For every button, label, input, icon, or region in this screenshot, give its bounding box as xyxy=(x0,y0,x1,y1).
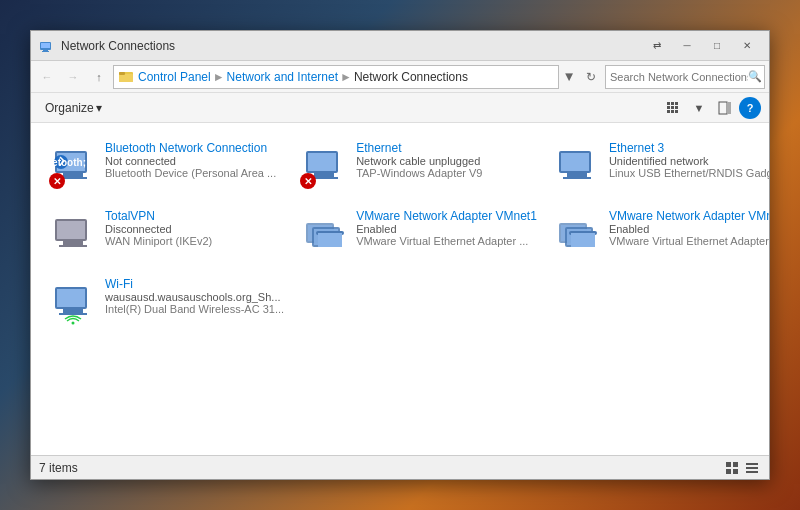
back-button[interactable]: ← xyxy=(35,65,59,89)
svg-rect-34 xyxy=(63,241,83,245)
connection-status: Enabled xyxy=(356,223,537,235)
svg-rect-17 xyxy=(727,102,731,114)
svg-rect-59 xyxy=(746,467,758,469)
refresh-button[interactable]: ↻ xyxy=(579,65,603,89)
connection-icon-wrapper xyxy=(49,209,97,257)
svg-rect-25 xyxy=(308,153,336,171)
svg-rect-12 xyxy=(675,106,678,109)
view-options-button[interactable] xyxy=(661,97,685,119)
connection-name[interactable]: Ethernet 3 xyxy=(609,141,769,155)
connection-detail: WAN Miniport (IKEv2) xyxy=(105,235,284,247)
svg-rect-10 xyxy=(667,106,670,109)
items-count: 7 items xyxy=(39,461,78,475)
connection-detail: TAP-Windows Adapter V9 xyxy=(356,167,537,179)
connection-icon-wrapper xyxy=(553,209,601,257)
forward-button[interactable]: → xyxy=(61,65,85,89)
network-connection-item[interactable]: TotalVPNDisconnectedWAN Miniport (IKEv2) xyxy=(43,203,290,263)
svg-rect-50 xyxy=(63,309,83,313)
address-bar: ← → ↑ Control Panel ► Network and Intern… xyxy=(31,61,769,93)
network-connection-item[interactable]: Bluetooth; Bluetooth Network ConnectionN… xyxy=(43,135,290,195)
breadcrumb-dropdown-button[interactable]: ▼ xyxy=(561,65,577,89)
window-controls: ⇄ ─ □ ✕ xyxy=(643,35,761,57)
connection-status: Not connected xyxy=(105,155,284,167)
connection-name[interactable]: Ethernet xyxy=(356,141,537,155)
connections-grid: Bluetooth; Bluetooth Network ConnectionN… xyxy=(43,135,757,331)
svg-text:Bluetooth;: Bluetooth; xyxy=(49,157,86,168)
close-button[interactable]: ✕ xyxy=(733,35,761,57)
main-window: Network Connections ⇄ ─ □ ✕ ← → ↑ Contro… xyxy=(30,30,770,480)
connection-name[interactable]: VMware Network Adapter VMnet8 xyxy=(609,209,769,223)
svg-rect-29 xyxy=(561,153,589,171)
svg-rect-1 xyxy=(41,43,50,48)
up-button[interactable]: ↑ xyxy=(87,65,111,89)
svg-rect-11 xyxy=(671,106,674,109)
svg-rect-31 xyxy=(563,177,591,179)
svg-rect-9 xyxy=(675,102,678,105)
search-input[interactable] xyxy=(610,71,748,83)
svg-rect-3 xyxy=(42,51,49,52)
connection-name[interactable]: VMware Network Adapter VMnet1 xyxy=(356,209,537,223)
list-view-button[interactable] xyxy=(743,459,761,477)
svg-rect-35 xyxy=(59,245,87,247)
help-button[interactable]: ? xyxy=(739,97,761,119)
swap-button[interactable]: ⇄ xyxy=(643,35,671,57)
window-icon xyxy=(39,38,55,54)
error-overlay-icon xyxy=(49,173,65,189)
network-connection-item[interactable]: Ethernet 3Unidentified networkLinux USB … xyxy=(547,135,769,195)
connection-status: Enabled xyxy=(609,223,769,235)
svg-rect-13 xyxy=(667,110,670,113)
connection-icon-wrapper xyxy=(300,141,348,189)
svg-rect-7 xyxy=(667,102,670,105)
connection-detail: Linux USB Ethernet/RNDIS Gadget... xyxy=(609,167,769,179)
breadcrumb-control-panel[interactable]: Control Panel xyxy=(138,70,211,84)
window-title: Network Connections xyxy=(61,39,643,53)
connection-detail: Bluetooth Device (Personal Area ... xyxy=(105,167,284,179)
svg-rect-41 xyxy=(318,233,342,247)
svg-rect-49 xyxy=(57,289,85,307)
statusbar: 7 items xyxy=(31,455,769,479)
connection-status: Unidentified network xyxy=(609,155,769,167)
network-connection-item[interactable]: EthernetNetwork cable unpluggedTAP-Windo… xyxy=(294,135,543,195)
content-area: Bluetooth; Bluetooth Network ConnectionN… xyxy=(31,123,769,455)
connection-status: wausausd.wausauschools.org_Sh... xyxy=(105,291,284,303)
breadcrumb-current: Network Connections xyxy=(354,70,468,84)
network-connection-item[interactable]: Wi-Fiwausausd.wausauschools.org_Sh...Int… xyxy=(43,271,290,331)
toolbar: Organize ▾ ▼ xyxy=(31,93,769,123)
svg-rect-14 xyxy=(671,110,674,113)
svg-rect-55 xyxy=(733,462,738,467)
connection-detail: Intel(R) Dual Band Wireless-AC 31... xyxy=(105,303,284,315)
view-toggle xyxy=(723,459,761,477)
svg-rect-30 xyxy=(567,173,587,177)
svg-rect-5 xyxy=(119,74,133,82)
svg-rect-33 xyxy=(57,221,85,239)
connection-name[interactable]: Wi-Fi xyxy=(105,277,284,291)
preview-pane-button[interactable] xyxy=(713,97,737,119)
connection-status: Network cable unplugged xyxy=(356,155,537,167)
svg-rect-57 xyxy=(733,469,738,474)
organize-button[interactable]: Organize ▾ xyxy=(39,97,108,119)
maximize-button[interactable]: □ xyxy=(703,35,731,57)
connection-status: Disconnected xyxy=(105,223,284,235)
large-icons-button[interactable] xyxy=(723,459,741,477)
svg-rect-6 xyxy=(119,72,125,75)
svg-rect-51 xyxy=(59,313,87,315)
svg-rect-60 xyxy=(746,471,758,473)
svg-rect-56 xyxy=(726,469,731,474)
svg-rect-54 xyxy=(726,462,731,467)
view-dropdown-button[interactable]: ▼ xyxy=(687,97,711,119)
connection-icon-wrapper xyxy=(300,209,348,257)
connection-name[interactable]: TotalVPN xyxy=(105,209,284,223)
connection-detail: VMware Virtual Ethernet Adapter ... xyxy=(356,235,537,247)
svg-rect-8 xyxy=(671,102,674,105)
titlebar: Network Connections ⇄ ─ □ ✕ xyxy=(31,31,769,61)
connection-name[interactable]: Bluetooth Network Connection xyxy=(105,141,284,155)
svg-point-53 xyxy=(72,322,75,325)
svg-rect-26 xyxy=(314,173,334,177)
svg-rect-20 xyxy=(63,173,83,177)
network-connection-item[interactable]: VMware Network Adapter VMnet1EnabledVMwa… xyxy=(294,203,543,263)
svg-rect-58 xyxy=(746,463,758,465)
search-button[interactable]: 🔍 xyxy=(748,70,762,83)
breadcrumb-network-internet[interactable]: Network and Internet xyxy=(227,70,338,84)
minimize-button[interactable]: ─ xyxy=(673,35,701,57)
network-connection-item[interactable]: VMware Network Adapter VMnet8EnabledVMwa… xyxy=(547,203,769,263)
